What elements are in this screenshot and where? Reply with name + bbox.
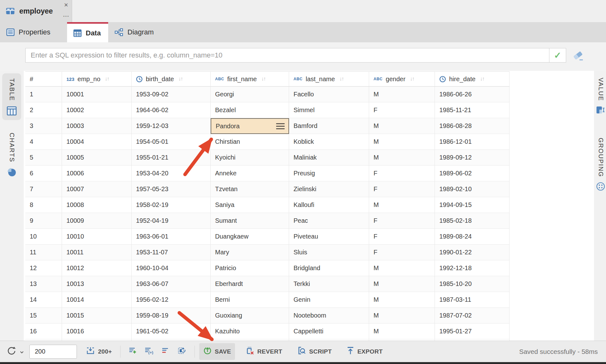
editor-tab-employee[interactable]: employee × ... <box>0 0 72 22</box>
table-cell[interactable]: 10002 <box>62 102 132 118</box>
table-cell[interactable]: 1960-10-04 <box>132 260 211 276</box>
table-cell[interactable]: Mary <box>211 245 289 260</box>
table-cell[interactable]: Zielinski <box>289 181 369 197</box>
table-cell[interactable]: 10007 <box>62 181 132 197</box>
table-cell[interactable]: Facello <box>289 87 369 102</box>
table-cell[interactable]: Peac <box>289 213 369 229</box>
save-button[interactable]: SAVE <box>199 343 235 360</box>
table-cell[interactable]: F <box>369 181 435 197</box>
column-header-emp_no[interactable]: 123emp_no↓↑ <box>62 71 132 87</box>
table-cell[interactable]: M <box>369 150 435 166</box>
table-cell[interactable]: 10008 <box>62 197 132 213</box>
table-cell[interactable]: 1963-06-07 <box>132 276 211 292</box>
table-cell[interactable]: 1955-01-21 <box>132 150 211 166</box>
table-cell[interactable]: 1989-08-24 <box>435 229 510 245</box>
table-cell[interactable]: 1959-12-03 <box>132 118 211 134</box>
table-cell[interactable]: Duangkaew <box>211 229 289 245</box>
table-cell[interactable]: 10015 <box>62 308 132 324</box>
table-cell[interactable]: Kalloufi <box>289 197 369 213</box>
table-cell[interactable]: M <box>369 260 435 276</box>
table-cell[interactable]: Georgi <box>211 87 289 102</box>
table-cell[interactable]: 10004 <box>62 134 132 150</box>
close-icon[interactable]: × <box>61 1 71 9</box>
sql-filter-input[interactable] <box>25 48 549 63</box>
table-cell[interactable]: 1995-01-27 <box>435 324 510 339</box>
table-cell[interactable]: M <box>369 118 435 134</box>
table-cell[interactable]: 10006 <box>62 166 132 181</box>
table-cell[interactable]: Genin <box>289 292 369 308</box>
table-cell[interactable]: 1990-01-22 <box>435 245 510 260</box>
duplicate-row-button[interactable]: (+) <box>141 344 158 359</box>
table-cell[interactable]: M <box>369 276 435 292</box>
row-number-cell[interactable]: 1 <box>25 87 62 102</box>
column-header-rownum[interactable]: # <box>25 71 62 87</box>
table-cell[interactable]: 1954-05-01 <box>132 134 211 150</box>
table-cell[interactable]: M <box>369 308 435 324</box>
sort-icon[interactable]: ↓↑ <box>339 76 343 82</box>
table-cell[interactable]: 1985-02-18 <box>435 213 510 229</box>
refresh-row-button[interactable] <box>174 343 190 360</box>
table-cell[interactable]: Kyoichi <box>211 150 289 166</box>
table-cell[interactable]: Pandora <box>211 118 289 134</box>
table-cell[interactable]: F <box>369 213 435 229</box>
sort-icon[interactable]: ↓↑ <box>178 76 182 82</box>
row-number-cell[interactable]: 7 <box>25 181 62 197</box>
clear-filter-eraser-icon[interactable] <box>571 49 585 62</box>
sort-icon[interactable]: ↓↑ <box>261 76 265 82</box>
table-cell[interactable]: 1959-08-19 <box>132 308 211 324</box>
column-header-last_name[interactable]: ABClast_name↓↑ <box>289 71 369 87</box>
column-header-first_name[interactable]: ABCfirst_name↓↑ <box>211 71 289 87</box>
table-cell[interactable]: 1986-08-28 <box>435 118 510 134</box>
table-cell[interactable]: 1987-03-11 <box>435 292 510 308</box>
sort-icon[interactable]: ↓↑ <box>105 76 109 82</box>
table-cell[interactable]: M <box>369 197 435 213</box>
table-cell[interactable]: Kazuhito <box>211 324 289 339</box>
table-cell[interactable]: M <box>369 87 435 102</box>
table-cell[interactable]: 1956-02-12 <box>132 292 211 308</box>
table-cell[interactable]: 1987-07-02 <box>435 308 510 324</box>
table-cell[interactable]: Nooteboom <box>289 308 369 324</box>
table-cell[interactable]: 1964-06-02 <box>132 102 211 118</box>
row-number-cell[interactable]: 14 <box>25 292 62 308</box>
table-cell[interactable]: 1989-02-10 <box>435 181 510 197</box>
table-cell[interactable]: 10003 <box>62 118 132 134</box>
tab-diagram[interactable]: Diagram <box>108 22 178 42</box>
table-cell[interactable]: Bezalel <box>211 102 289 118</box>
table-cell[interactable]: 1963-06-01 <box>132 229 211 245</box>
add-row-button[interactable] <box>125 344 141 359</box>
panel-tab-grouping[interactable]: GROUPING <box>595 138 606 191</box>
tab-data[interactable]: Data <box>67 22 108 42</box>
table-cell[interactable]: Anneke <box>211 166 289 181</box>
table-cell[interactable]: Saniya <box>211 197 289 213</box>
table-cell[interactable]: 1989-06-02 <box>435 166 510 181</box>
row-number-cell[interactable]: 2 <box>25 102 62 118</box>
table-cell[interactable]: M <box>369 324 435 339</box>
cell-menu-icon[interactable] <box>276 123 285 129</box>
table-cell[interactable]: Berni <box>211 292 289 308</box>
column-header-birth_date[interactable]: birth_date↓↑ <box>132 71 211 87</box>
table-cell[interactable]: 1994-09-15 <box>435 197 510 213</box>
revert-button[interactable]: REVERT <box>242 343 286 360</box>
table-cell[interactable]: Sluis <box>289 245 369 260</box>
table-cell[interactable]: 1992-12-18 <box>435 260 510 276</box>
row-number-cell[interactable]: 10 <box>25 229 62 245</box>
table-cell[interactable]: 10001 <box>62 87 132 102</box>
table-cell[interactable]: 10010 <box>62 229 132 245</box>
row-number-cell[interactable]: 9 <box>25 213 62 229</box>
panel-tab-charts[interactable]: CHARTS <box>2 128 21 181</box>
export-button[interactable]: EXPORT <box>343 343 386 360</box>
table-cell[interactable]: Tzvetan <box>211 181 289 197</box>
fetch-more-button[interactable]: 200+ <box>82 343 116 360</box>
panel-tab-table[interactable]: TABLE <box>2 73 21 120</box>
table-cell[interactable]: F <box>369 102 435 118</box>
table-cell[interactable]: M <box>369 292 435 308</box>
table-cell[interactable]: 1953-04-20 <box>132 166 211 181</box>
table-cell[interactable]: Bamford <box>289 118 369 134</box>
table-cell[interactable]: 10013 <box>62 276 132 292</box>
delete-row-button[interactable] <box>158 344 174 359</box>
table-cell[interactable]: 1953-11-07 <box>132 245 211 260</box>
refresh-button[interactable] <box>4 343 26 361</box>
table-cell[interactable]: Cappelletti <box>289 324 369 339</box>
table-cell[interactable]: 10011 <box>62 245 132 260</box>
table-cell[interactable]: 10009 <box>62 213 132 229</box>
